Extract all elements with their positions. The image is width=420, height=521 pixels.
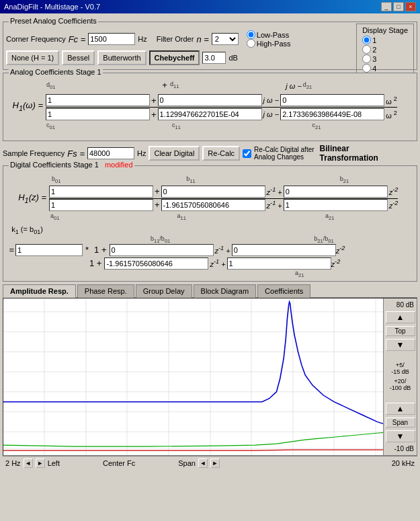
top-db-label: 80 dB [396,301,414,309]
bilinear-label: BilinearTransformation [320,144,378,163]
right-freq-label: 20 kHz [392,459,415,467]
window-controls: _ □ × [381,2,416,11]
z-inv-1-num: z-1 + [267,186,282,196]
span-up-button[interactable]: ▲ [386,403,415,415]
span-button[interactable]: Span [386,417,415,428]
recalc-checkbox[interactable] [243,149,251,158]
tab-coefficients[interactable]: Coefficients [257,284,310,298]
b11-input[interactable]: 0 [161,186,265,198]
stage-1-radio[interactable] [362,36,371,44]
none-button[interactable]: None (H = 1) [6,50,59,65]
clear-digital-button[interactable]: Clear Digital [149,146,200,161]
a21-input[interactable]: 1 [284,199,388,211]
modified-label: modified [105,161,133,169]
stage-3-row: 3 [362,54,408,63]
stage-2-row: 2 [362,45,408,54]
svg-rect-0 [3,298,417,455]
filter-type-group: Low-Pass High-Pass [247,30,291,48]
a11-norm-input[interactable]: -1.96157056080646 [104,257,208,270]
c11-input[interactable]: 1.12994766227015E-04 [158,108,262,120]
fs-input[interactable]: 48000 [87,147,134,159]
span2-label: +20/-100 dB [390,378,411,391]
omega2-num: ω 2 [386,95,397,106]
normalized-row1: = 1 * 1 + 0 z-1 + 0 z-2 [6,244,414,256]
z-denominator-row: 1 + -1.96157056080646 z-1 + 1 z-2 [49,199,398,211]
d01-label: d01 [46,81,55,90]
a21-label-text: a21 [325,212,334,223]
app-title: AnaDigFilt - Multistage - V0.7 [4,3,100,11]
filter-buttons-row: None (H = 1) Bessel Butterworth Chebyche… [6,50,414,65]
d21-label: d21 [303,81,312,90]
b21b01-label: b21/b01 [314,235,333,244]
span-nav-prev[interactable]: ◄ [198,458,208,468]
minimize-button[interactable]: _ [381,2,392,11]
tabs-bar: Amplitude Resp. Phase Resp. Group Delay … [3,284,417,298]
tab-amplitude-resp[interactable]: Amplitude Resp. [3,284,76,298]
k1-input[interactable]: 1 [15,244,83,256]
b-norm-labels-row: b11/b01 + b21/b01 [151,235,414,244]
b21-input[interactable]: 0 [284,186,388,198]
denominator-row: 1 + 1.12994766227015E-04 j ω − 2.1733696… [46,108,397,120]
butterworth-button[interactable]: Butterworth [97,50,146,65]
b01-label: b01 [52,175,60,184]
left-nav-next[interactable]: ► [36,458,45,468]
b-labels-row: b01 b11 b21 [52,175,414,184]
stage-2-radio[interactable] [362,45,371,54]
chebycheff-button[interactable]: Chebycheff [149,50,200,65]
b11-label: b11 [186,175,195,184]
b21-label: b21 [340,175,349,184]
a21-norm-label-row: a21 [295,270,414,278]
sample-freq-label: Sample Frequency [3,149,65,157]
title-bar: AnaDigFilt - Multistage - V0.7 _ □ × [0,0,420,13]
span-down-button[interactable]: ▼ [386,430,415,442]
maximize-button[interactable]: □ [393,2,404,11]
tab-group-delay[interactable]: Group Delay [136,284,192,298]
stage-4-radio[interactable] [362,64,371,73]
d01-input[interactable]: 1 [46,94,150,106]
a21-norm-input[interactable]: 1 [227,257,331,270]
n-symbol: n = [196,34,208,44]
d11-input[interactable]: 0 [158,94,262,106]
numerator-row: 1 + 0 j ω − 0 ω 2 [46,91,397,108]
z-inv-2-num: z-2 [389,186,398,196]
b21b01-input[interactable]: 0 [232,244,336,256]
stage-4-row: 4 [362,64,408,73]
stage-1-row: 1 [362,36,408,44]
c-labels-row: c01 + c11 j ω − c21 [46,122,414,138]
a11-label-text: a11 [177,212,282,223]
tab-block-diagram[interactable]: Block Diagram [194,284,257,298]
recalc-button[interactable]: Re-Calc [202,146,240,161]
low-pass-row: Low-Pass [247,30,291,39]
omega2-den: ω 2 [386,110,397,120]
sample-freq-row: Sample Frequency Fs = 48000 Hz Clear Dig… [3,144,417,163]
tab-phase-resp[interactable]: Phase Resp. [77,284,134,298]
chart-up-button[interactable]: ▲ [386,311,415,323]
stage-3-radio[interactable] [362,54,371,63]
c21-input[interactable]: 2.17336963986449E-08 [280,108,384,120]
bottom-db-label: -10 dB [394,445,414,452]
top-button[interactable]: Top [386,326,415,336]
a01-input[interactable]: 1 [49,199,153,211]
low-pass-radio[interactable] [247,30,255,39]
corner-freq-row: Corner Frequency Fc = 1500 Hz Filter Ord… [6,30,414,48]
chart-down-button[interactable]: ▼ [386,339,415,351]
span-nav-next[interactable]: ► [210,458,220,468]
chebycheff-db-input[interactable]: 3.0 [202,52,226,64]
b01-input[interactable]: 1 [49,186,153,198]
left-nav-prev[interactable]: ◄ [24,458,33,468]
close-button[interactable]: × [405,2,416,11]
d21-input[interactable]: 0 [280,94,384,106]
filter-order-select[interactable]: 1 2 3 4 5 [212,33,239,45]
digital-coeffs-group: Digital Coefficients Stage 1 modified b0… [3,165,417,282]
fc-input[interactable]: 1500 [88,33,135,45]
c21-label-text: c21 [312,122,414,138]
display-stage-label: Display Stage [362,26,408,34]
bessel-button[interactable]: Bessel [62,50,95,65]
k1-label: k1 (= b01) [6,225,43,235]
normalized-row2: 1 + -1.96157056080646 z-1 + 1 z-2 [6,257,414,270]
c01-input[interactable]: 1 [46,108,150,120]
a11-input[interactable]: -1.96157056080646 [161,199,265,211]
low-pass-label: Low-Pass [257,31,289,39]
b11b01-input[interactable]: 0 [110,244,214,256]
high-pass-radio[interactable] [247,39,255,48]
